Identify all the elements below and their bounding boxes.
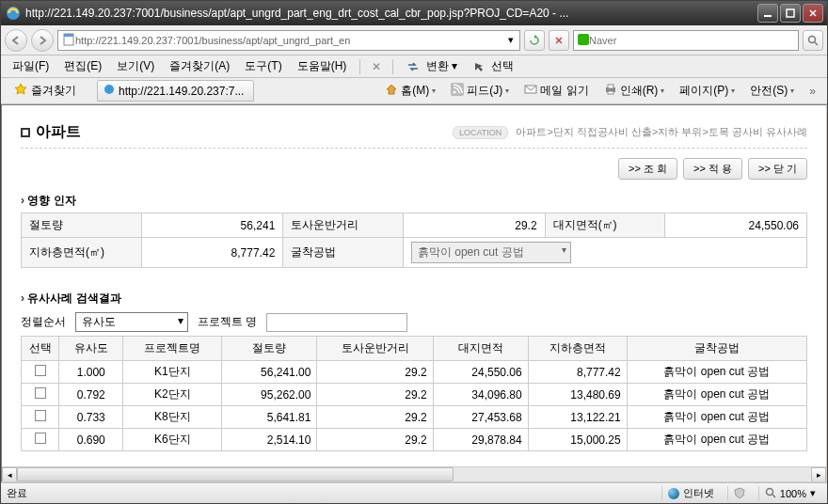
page-label: 페이지(P) [679, 83, 728, 99]
row-checkbox[interactable] [35, 433, 46, 444]
svg-rect-5 [578, 34, 589, 45]
maximize-button[interactable] [780, 4, 801, 23]
horizontal-scrollbar[interactable]: ◂ ▸ [2, 466, 826, 481]
col-cut: 절토량 [222, 337, 317, 361]
menu-edit[interactable]: 편집(E) [58, 56, 107, 76]
close-bar-icon[interactable]: ✕ [368, 60, 385, 73]
svg-point-6 [809, 36, 816, 42]
tab-current[interactable]: http://221.149.20.237:7... [97, 80, 254, 102]
col-select: 선택 [22, 337, 59, 361]
stop-button[interactable] [549, 30, 569, 51]
table-row: 0.733K8단지5,641.8129.227,453.6813,122.21흙… [22, 406, 807, 429]
zoom-dropdown-icon[interactable]: ▾ [810, 487, 816, 499]
forward-button[interactable] [31, 29, 54, 52]
print-icon [604, 83, 617, 99]
lookup-button[interactable]: >> 조 회 [618, 158, 677, 180]
home-button[interactable]: 홈(M)▾ [379, 81, 441, 101]
ie-icon [5, 5, 22, 22]
row-checkbox-cell [22, 361, 59, 384]
cell-method: 흙막이 open cut 공법 [627, 406, 806, 429]
col-dist: 토사운반거리 [317, 337, 433, 361]
naver-icon [578, 34, 589, 47]
select-icon [472, 60, 486, 73]
globe-icon [668, 488, 679, 499]
results-heading: 유사사례 검색결과 [21, 291, 807, 307]
zoom-control[interactable]: 100% ▾ [758, 486, 821, 501]
menu-tools[interactable]: 도구(T) [239, 56, 287, 76]
close-popup-button[interactable]: >> 닫 기 [748, 158, 807, 180]
url-dropdown-icon[interactable]: ▾ [506, 34, 516, 46]
page-button[interactable]: 페이지(P)▾ [674, 81, 740, 101]
apply-button[interactable]: >> 적 용 [683, 158, 742, 180]
reload-button[interactable] [524, 30, 545, 51]
cell-project: K2단지 [123, 384, 222, 406]
svg-point-8 [104, 85, 114, 94]
menu-help[interactable]: 도움말(H) [292, 56, 353, 76]
search-bar[interactable] [573, 30, 799, 51]
menu-favorites[interactable]: 즐겨찾기(A) [164, 56, 235, 76]
minimize-button[interactable] [757, 4, 778, 23]
svg-rect-13 [608, 85, 613, 88]
mail-label: 메일 읽기 [540, 83, 588, 99]
menu-file[interactable]: 파일(F) [7, 56, 55, 76]
col-under: 지하층면적 [528, 337, 627, 361]
cell-dist: 29.2 [317, 429, 433, 451]
scroll-track[interactable] [17, 467, 811, 481]
back-button[interactable] [5, 29, 27, 52]
separator [359, 59, 360, 74]
feed-button[interactable]: 피드(J)▾ [445, 81, 515, 101]
close-button[interactable] [803, 4, 823, 23]
cell-project: K6단지 [123, 429, 222, 451]
page-title: 아파트 [21, 122, 81, 142]
location-badge: LOCATION [453, 126, 508, 139]
menu-view[interactable]: 보기(V) [111, 56, 160, 76]
menubar: 파일(F) 편집(E) 보기(V) 즐겨찾기(A) 도구(T) 도움말(H) ✕… [1, 55, 827, 78]
svg-point-15 [766, 488, 772, 495]
cell-under: 13,480.69 [528, 384, 627, 406]
table-row: 0.690K6단지2,514.1029.229,878.8415,000.25흙… [22, 429, 807, 451]
projname-input[interactable] [266, 313, 407, 332]
page-icon [62, 33, 75, 48]
search-input[interactable] [589, 35, 794, 46]
mail-button[interactable]: 메일 읽기 [518, 81, 594, 101]
toolbar-overflow[interactable]: » [804, 85, 821, 98]
row-checkbox[interactable] [35, 410, 46, 421]
tab-strip: http://221.149.20.237:7... [88, 80, 254, 102]
col-similarity: 유사도 [59, 337, 123, 361]
cell-under: 15,000.25 [528, 429, 627, 451]
content-area: 아파트 LOCATION 아파트>단지 직접공사비 산출>지하 부위>토목 공사… [1, 104, 827, 482]
results-header-row: 선택 유사도 프로젝트명 절토량 토사운반거리 대지면적 지하층면적 굴착공법 [22, 337, 807, 361]
results-table: 선택 유사도 프로젝트명 절토량 토사운반거리 대지면적 지하층면적 굴착공법 … [21, 336, 807, 451]
menu-convert-label: 변환 [426, 59, 449, 72]
cell-under: 13,122.21 [528, 406, 627, 429]
sort-label: 정렬순서 [21, 314, 66, 330]
url-input[interactable] [75, 35, 506, 46]
title-bullet-icon [21, 128, 30, 137]
safety-button[interactable]: 안전(S)▾ [744, 81, 800, 101]
factor-method-label: 굴착공법 [283, 238, 404, 268]
excavation-method-dropdown[interactable]: 흙막이 open cut 공법 [411, 242, 571, 263]
breadcrumb-text: 아파트>단지 직접공사비 산출>지하 부위>토목 공사비 유사사례 [516, 126, 807, 137]
search-button[interactable] [803, 30, 823, 51]
print-button[interactable]: 인쇄(R)▾ [598, 81, 671, 101]
cell-project: K8단지 [123, 406, 222, 429]
row-checkbox[interactable] [35, 365, 46, 376]
sort-select[interactable]: 유사도 [75, 312, 188, 332]
address-bar[interactable]: ▾ [57, 30, 520, 51]
scroll-right-button[interactable]: ▸ [811, 467, 826, 482]
menu-select[interactable]: 선택 [467, 56, 519, 76]
factor-dist-value: 29.2 [403, 213, 545, 238]
table-row: 1.000K1단지56,241.0029.224,550.068,777.42흙… [22, 361, 807, 384]
cell-dist: 29.2 [317, 361, 433, 384]
row-checkbox[interactable] [35, 387, 46, 399]
factor-dist-label: 토사운반거리 [283, 213, 404, 238]
scroll-thumb[interactable] [17, 467, 454, 481]
factors-table: 절토량 56,241 토사운반거리 29.2 대지면적(㎡) 24,550.06… [21, 213, 807, 268]
factor-method-cell: 흙막이 open cut 공법 [403, 238, 806, 268]
titlebar: http://221.149.20.237:7001/business/apt/… [1, 1, 827, 25]
star-icon [14, 83, 27, 99]
menu-convert[interactable]: 변환 ▾ [401, 56, 463, 76]
favorites-button[interactable]: 즐겨찾기 [7, 81, 84, 101]
scroll-left-button[interactable]: ◂ [2, 467, 17, 482]
cell-method: 흙막이 open cut 공법 [627, 384, 806, 406]
